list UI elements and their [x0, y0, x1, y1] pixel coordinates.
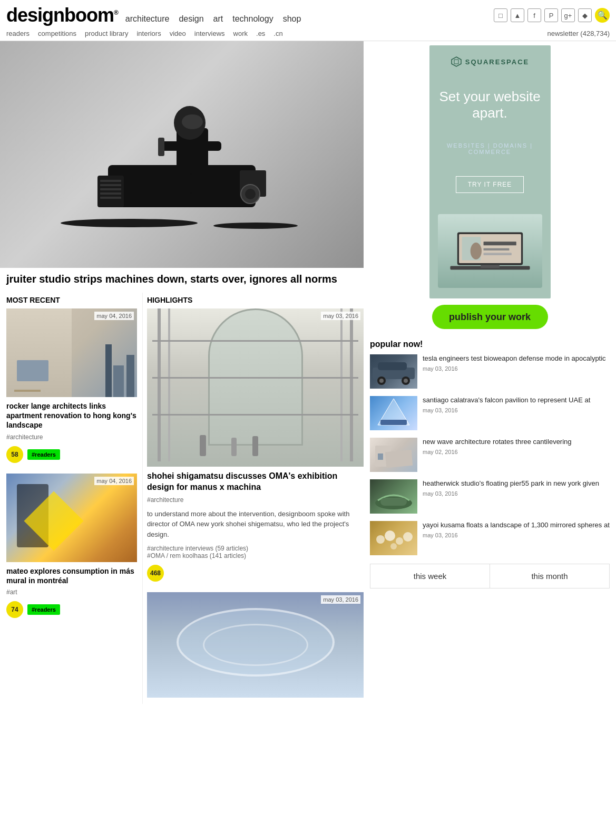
subnav-product-library[interactable]: product library	[85, 30, 128, 37]
popular-title-tesla[interactable]: tesla engineers test bioweapon defense m…	[423, 354, 610, 363]
comment-count-oma[interactable]: 468	[147, 565, 164, 582]
highlight-link2-oma[interactable]: #OMA / rem koolhaas (141 articles)	[147, 552, 246, 559]
popular-title-calatrava[interactable]: santiago calatrava's falcon pavilion to …	[423, 396, 610, 405]
popular-title-heatherwick[interactable]: heatherwick studio's floating pier55 par…	[423, 479, 610, 488]
highlight-desc-oma: to understand more about the interventio…	[147, 507, 364, 544]
hero-image[interactable]	[0, 41, 364, 268]
popular-item-tesla[interactable]: tesla engineers test bioweapon defense m…	[370, 354, 610, 389]
popular-item-calatrava[interactable]: santiago calatrava's falcon pavilion to …	[370, 396, 610, 430]
logo-tm: ®	[114, 9, 118, 16]
highlight-image-second[interactable]: may 03, 2016	[147, 592, 364, 698]
popular-item-newwave[interactable]: new wave architecture rotates three cant…	[370, 438, 610, 472]
nav-design[interactable]: design	[179, 14, 203, 24]
nav-art[interactable]: art	[213, 14, 223, 24]
highlight-image-oma[interactable]: may 03, 2016	[147, 308, 364, 467]
article-tag-apartment[interactable]: #architecture	[6, 432, 137, 444]
this-week-button[interactable]: this week	[370, 564, 490, 588]
hero-image-inner	[0, 41, 364, 268]
subnav-es[interactable]: .es	[256, 30, 265, 37]
subnav-readers[interactable]: readers	[6, 30, 30, 37]
highlight-links-oma: #architecture interviews (59 articles) #…	[147, 544, 364, 561]
subnav-interviews[interactable]: interviews	[194, 30, 225, 37]
article-tag-mural[interactable]: #art	[6, 587, 137, 599]
search-button[interactable]: 🔍	[595, 8, 610, 23]
site-logo[interactable]: designboom®	[6, 4, 118, 26]
sidebar: SQUARESPACE Set your website apart. WEBS…	[364, 41, 616, 704]
subnav-interiors[interactable]: interiors	[136, 30, 161, 37]
comment-count-mural[interactable]: 74	[6, 601, 23, 618]
ad-banner[interactable]: SQUARESPACE Set your website apart. WEBS…	[429, 45, 551, 298]
svg-rect-5	[100, 180, 121, 182]
this-month-button[interactable]: this month	[490, 564, 609, 588]
svg-rect-24	[483, 242, 516, 245]
popular-item-heatherwick[interactable]: heatherwick studio's floating pier55 par…	[370, 479, 610, 514]
popular-title-newwave[interactable]: new wave architecture rotates three cant…	[423, 438, 610, 447]
subnav-video[interactable]: video	[170, 30, 186, 37]
popular-thumb-tesla	[370, 354, 417, 389]
popular-item-kusama[interactable]: yayoi kusama floats a landscape of 1,300…	[370, 521, 610, 555]
article-date-2: may 04, 2016	[94, 477, 134, 485]
popular-title-kusama[interactable]: yayoi kusama floats a landscape of 1,300…	[423, 521, 610, 530]
readers-badge-apartment[interactable]: #readers	[27, 449, 60, 460]
nav-technology[interactable]: technology	[232, 14, 273, 24]
googleplus-icon[interactable]: g+	[561, 8, 575, 22]
svg-point-27	[470, 243, 481, 259]
subnav-work[interactable]: work	[233, 30, 248, 37]
svg-rect-36	[380, 420, 407, 425]
newsletter-link[interactable]: newsletter (428,734)	[547, 30, 610, 37]
svg-point-14	[182, 114, 203, 129]
kusama-icon	[370, 521, 417, 555]
popular-now-title: popular now!	[370, 335, 610, 354]
popular-thumb-kusama	[370, 521, 417, 555]
highlight-article-second: may 03, 2016	[147, 592, 364, 698]
svg-rect-26	[483, 253, 511, 255]
subnav-competitions[interactable]: competitions	[38, 30, 76, 37]
popular-text-kusama: yayoi kusama floats a landscape of 1,300…	[423, 521, 610, 538]
most-recent-title: MOST RECENT	[6, 293, 137, 308]
highlight-date-oma: may 03, 2016	[321, 312, 360, 320]
most-recent-column: MOST RECENT	[0, 293, 142, 704]
article-title-mural[interactable]: mateo explores consumption in más mural …	[6, 562, 137, 587]
tesla-car-icon	[370, 354, 417, 389]
ad-cta-button[interactable]: TRY IT FREE	[456, 176, 524, 193]
publish-work-button[interactable]: publish your work	[432, 305, 548, 329]
highlight-tag-oma[interactable]: #architecture	[147, 495, 364, 507]
pinterest-icon[interactable]: P	[544, 8, 558, 22]
subnav-cn[interactable]: .cn	[273, 30, 282, 37]
header: designboom® architecture design art tech…	[0, 0, 616, 28]
highlight-title-oma[interactable]: shohei shigamatsu discusses OMA's exhibi…	[147, 467, 364, 495]
time-filter-buttons: this week this month	[370, 564, 610, 588]
svg-point-11	[245, 189, 256, 199]
ad-laptop-image	[438, 214, 542, 288]
nav-shop[interactable]: shop	[283, 14, 301, 24]
rss-icon[interactable]: ◆	[578, 8, 592, 22]
svg-point-35	[404, 379, 408, 383]
svg-rect-9	[100, 197, 121, 199]
article-image-apartment[interactable]: may 04, 2016	[6, 308, 137, 397]
highlights-column: HIGHLIGHTS	[142, 293, 364, 704]
comment-count-apartment[interactable]: 58	[6, 446, 23, 463]
twitter-icon[interactable]: ▲	[511, 8, 524, 22]
svg-point-42	[376, 535, 385, 544]
svg-point-43	[385, 530, 395, 541]
svg-rect-25	[483, 248, 509, 250]
popular-date-calatrava: may 03, 2016	[423, 407, 610, 413]
svg-rect-31	[378, 362, 407, 370]
article-title-apartment[interactable]: rocker lange architects links apartment …	[6, 397, 137, 432]
article-footer-mural: 74 #readers	[6, 599, 137, 620]
nav-architecture[interactable]: architecture	[125, 14, 170, 24]
popular-date-tesla: may 03, 2016	[423, 365, 610, 372]
popular-date-newwave: may 02, 2016	[423, 449, 610, 455]
readers-badge-mural[interactable]: #readers	[27, 604, 60, 615]
facebook-icon[interactable]: f	[527, 8, 541, 22]
top-nav: architecture design art technology shop	[125, 14, 301, 24]
article-image-mural[interactable]: may 04, 2016	[6, 474, 137, 562]
ad-sub: WEBSITES | DOMAINS | COMMERCE	[438, 142, 542, 155]
svg-rect-29	[481, 265, 500, 268]
svg-rect-41	[380, 498, 407, 506]
ad-headline: Set your website apart.	[438, 89, 542, 121]
highlight-link1-oma[interactable]: #architecture interviews (59 articles)	[147, 545, 248, 552]
popular-date-heatherwick: may 03, 2016	[423, 490, 610, 497]
svg-rect-18	[179, 173, 191, 194]
instagram-icon[interactable]: □	[494, 8, 507, 22]
